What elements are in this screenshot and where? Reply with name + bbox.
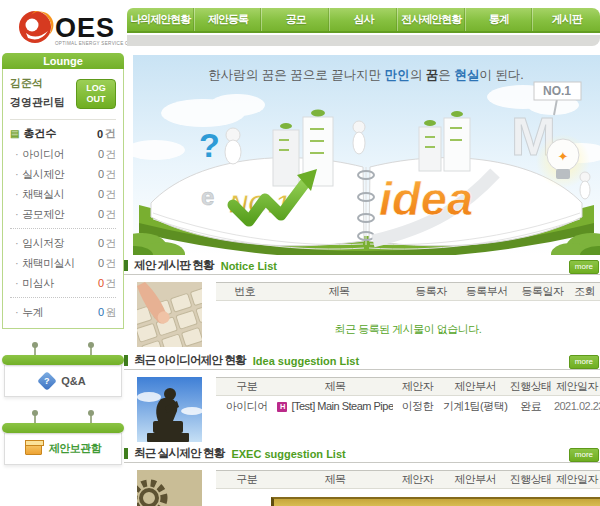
sidebar-counter-contest[interactable]: · 공모제안 0 건	[10, 204, 116, 224]
lounge-header: Lounge	[2, 53, 124, 69]
nav-item-company-status[interactable]: 전사제안현황	[397, 8, 465, 31]
nav-item-contest[interactable]: 공모	[261, 8, 329, 31]
counter-value: 0	[98, 237, 104, 249]
idea-title-ko: 최근 아이디어제안 현황	[134, 353, 246, 368]
nav-item-review[interactable]: 심사	[329, 8, 397, 31]
bullet-dot: ·	[15, 168, 18, 180]
nav-item-my-suggestions[interactable]: 나의제안현황	[127, 8, 194, 31]
bullet-dot: ·	[15, 148, 18, 160]
qna-button[interactable]: ? Q&A	[4, 365, 122, 397]
notice-more-button[interactable]: more	[569, 260, 599, 274]
no1-sign-text: NO.1	[543, 84, 571, 98]
sidebar-counter-not-executed[interactable]: · 채택미실시 0 건	[10, 253, 116, 273]
sidebar-counter-adopted[interactable]: · 채택실시 0 건	[10, 184, 116, 204]
col-date: 등록일자	[516, 283, 570, 301]
counter-value: 0	[98, 208, 104, 220]
hero-banner: 한사람의 꿈은 꿈으로 끝나지만 만인의 꿈은 현실이 된다. NO.1 ?	[133, 55, 600, 255]
idea-title-en: Idea suggestion List	[253, 355, 359, 367]
idea-table-wrap: 구분 제목 제안자 제안부서 진행상태 제안일자 아이디어 H[Test] Ma…	[216, 377, 600, 442]
counter-label: 채택실시	[22, 187, 64, 202]
col-status: 진행상태	[508, 471, 554, 489]
col-dept: 제안부서	[443, 471, 508, 489]
archive-box-icon	[25, 443, 42, 455]
sidebar-counter-exec[interactable]: · 실시제안 0 건	[10, 164, 116, 184]
notice-table: 번호 제목 등록자 등록부서 등록일자 조회	[216, 282, 600, 301]
cell-dept: 기계1팀(평택)	[443, 396, 508, 417]
accumulate-unit: 원	[106, 305, 117, 320]
idea-table-row: 아이디어 H[Test] Main Steam Pipe To… 이정한 기계1…	[216, 396, 600, 417]
sidebar-total-count[interactable]: ▤ 총건수 0 건	[10, 125, 116, 144]
bullet-dot: ·	[15, 208, 18, 220]
main-nav: 나의제안현황 제안등록 공모 심사 전사제안현황 통계 게시판	[127, 8, 600, 33]
accumulate-value: 0	[98, 306, 104, 318]
notice-title-ko: 제안 게시판 현황	[134, 258, 214, 273]
title-bullet	[124, 260, 128, 271]
col-category: 구분	[216, 378, 277, 396]
nav-item-board[interactable]: 게시판	[532, 8, 600, 31]
logo-text: OES	[55, 13, 115, 43]
cell-category: 아이디어	[216, 396, 277, 417]
qna-widget: ? Q&A	[2, 345, 124, 397]
counter-label: 채택미실시	[22, 256, 75, 271]
idea-table-header: 구분 제목 제안자 제안부서 진행상태 제안일자	[216, 378, 600, 396]
cell-date: 2021.02.23	[554, 396, 600, 417]
bullet-dot: ·	[15, 257, 18, 269]
exec-more-button[interactable]: more	[569, 448, 599, 462]
col-views: 조회	[569, 283, 600, 301]
popup-edge-bar	[271, 497, 600, 506]
accumulate-label: 누계	[22, 305, 43, 320]
banner-slogan: 한사람의 꿈은 꿈으로 끝나지만 만인의 꿈은 현실이 된다.	[208, 68, 523, 82]
notice-table-wrap: 번호 제목 등록자 등록부서 등록일자 조회 최근 등록된 게시물이 없습니다.	[216, 282, 600, 353]
counter-unit: 건	[106, 256, 117, 271]
sidebar-counter-unreviewed[interactable]: · 미심사 0 건	[10, 273, 116, 293]
counter-value: 0	[98, 257, 104, 269]
col-status: 진행상태	[508, 378, 554, 396]
nav-sub-strip	[127, 35, 600, 46]
col-date: 제안일자	[554, 378, 600, 396]
oes-logo[interactable]: OES OPTIMAL ENERGY SERVICE CO.,LTD.	[8, 5, 138, 51]
lounge-body: 김준석 경영관리팀 LOG OUT ▤ 총건수 0 건 · 아이디어 0 건 ·…	[2, 69, 124, 329]
sidebar-counter-draft[interactable]: · 임시저장 0 건	[10, 233, 116, 253]
total-unit: 건	[105, 126, 116, 141]
user-block: 김준석 경영관리팀 LOG OUT	[10, 76, 116, 112]
col-proposer: 제안자	[393, 378, 443, 396]
counter-value: 0	[98, 188, 104, 200]
list-icon: ▤	[10, 128, 19, 139]
idea-section-body: 구분 제목 제안자 제안부서 진행상태 제안일자 아이디어 H[Test] Ma…	[124, 377, 600, 442]
counter-label: 임시저장	[22, 236, 64, 251]
counter-label: 미심사	[22, 276, 54, 291]
idea-more-button[interactable]: more	[569, 355, 599, 369]
counter-unit: 건	[106, 167, 117, 182]
counter-unit: 건	[106, 147, 117, 162]
total-value: 0	[97, 128, 103, 140]
idea-section: 최근 아이디어제안 현황 Idea suggestion List more	[124, 355, 600, 442]
idea-section-title: 최근 아이디어제안 현황 Idea suggestion List more	[124, 355, 600, 370]
col-title: 제목	[277, 378, 392, 396]
nav-item-stats[interactable]: 통계	[465, 8, 533, 31]
notice-empty-message: 최근 등록된 게시물이 없습니다.	[216, 301, 600, 353]
sidebar-counter-idea[interactable]: · 아이디어 0 건	[10, 144, 116, 164]
archive-button[interactable]: 제안보관함	[4, 433, 122, 465]
idea-text: idea	[379, 172, 473, 225]
nav-item-register[interactable]: 제안등록	[194, 8, 262, 31]
bullet-dot: ·	[15, 277, 18, 289]
sidebar-accumulate[interactable]: · 누계 0 원	[10, 302, 116, 322]
cell-title-link[interactable]: H[Test] Main Steam Pipe To…	[277, 396, 392, 417]
exec-thumbnail-gears	[137, 470, 202, 506]
exec-title-en: EXEC suggestion List	[231, 448, 345, 460]
cell-proposer: 이정한	[393, 396, 443, 417]
oes-logo-icon: OES OPTIMAL ENERGY SERVICE CO.,LTD.	[8, 5, 138, 51]
counter-label: 공모제안	[22, 207, 64, 222]
counter-unit: 건	[106, 276, 117, 291]
hot-badge: H	[277, 402, 287, 412]
counter-value: 0	[98, 277, 104, 289]
notice-section: 제안 게시판 현황 Notice List more	[124, 260, 600, 353]
counter-unit: 건	[106, 207, 117, 222]
exec-table: 구분 제목 제안자 제안부서 진행상태 제안일자	[216, 470, 600, 489]
qna-label: Q&A	[61, 375, 85, 387]
counter-unit: 건	[106, 236, 117, 251]
col-author: 등록자	[404, 283, 458, 301]
notice-title-en: Notice List	[221, 260, 277, 272]
archive-label: 제안보관함	[49, 441, 102, 456]
logout-button[interactable]: LOG OUT	[76, 79, 116, 109]
